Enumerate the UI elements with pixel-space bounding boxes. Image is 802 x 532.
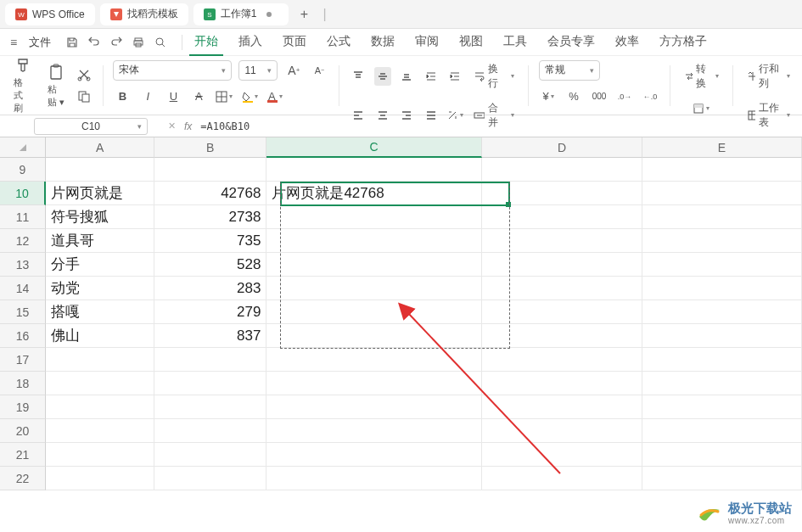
print-preview-icon[interactable] [154, 36, 168, 49]
formula-input[interactable]: =A10&B10 [200, 120, 250, 132]
cell-A12[interactable]: 道具哥 [46, 229, 154, 253]
row-header[interactable]: 21 [0, 443, 46, 467]
font-name-combo[interactable]: 宋体▾ [113, 60, 232, 81]
tab-tools[interactable]: 工具 [498, 29, 532, 56]
strikethrough-icon[interactable]: A [189, 87, 208, 106]
redo-icon[interactable] [110, 36, 124, 49]
align-middle-icon[interactable] [374, 67, 391, 86]
row-header[interactable]: 15 [0, 300, 46, 324]
currency-icon[interactable]: ¥ [539, 87, 558, 106]
cell-A15[interactable]: 搭嘎 [46, 300, 154, 324]
save-icon[interactable] [66, 36, 80, 49]
app-tab-wps[interactable]: W WPS Office [5, 3, 95, 25]
spreadsheet-grid[interactable]: A B C D E 9 10 11 12 13 14 15 16 17 18 1… [0, 137, 802, 532]
tab-insert[interactable]: 插入 [233, 29, 267, 56]
tab-home[interactable]: 开始 [189, 29, 223, 56]
tab-label: 找稻壳模板 [127, 7, 178, 21]
decrease-indent-icon[interactable] [422, 67, 439, 86]
copy-icon[interactable] [76, 88, 93, 105]
increase-font-icon[interactable]: A+ [284, 61, 303, 80]
rows-cols-button[interactable]: 行和列 [743, 60, 794, 92]
row-header[interactable]: 11 [0, 205, 46, 229]
format-painter-button[interactable]: 格式刷 [8, 54, 37, 116]
percent-icon[interactable]: % [564, 87, 583, 106]
cut-icon[interactable] [76, 66, 93, 83]
cell-B15[interactable]: 279 [154, 300, 266, 324]
name-box[interactable]: C10▾ [34, 118, 148, 135]
bold-icon[interactable]: B [113, 87, 132, 106]
cell-B13[interactable]: 528 [154, 253, 266, 277]
select-all-corner[interactable] [0, 137, 46, 158]
italic-icon[interactable]: I [138, 87, 157, 106]
svg-rect-16 [243, 101, 253, 103]
align-top-icon[interactable] [350, 67, 367, 86]
row-header[interactable]: 18 [0, 372, 46, 395]
column-headers: A B C D E [46, 137, 802, 158]
cell-A16[interactable]: 佛山 [46, 324, 154, 348]
paste-button[interactable]: 粘贴 ▾ [42, 61, 70, 110]
undo-icon[interactable] [88, 36, 102, 49]
ribbon-tabs: 开始 插入 页面 公式 数据 审阅 视图 工具 会员专享 效率 方方格子 [189, 29, 712, 56]
convert-button[interactable]: 转换 [681, 60, 722, 92]
col-header-E[interactable]: E [642, 137, 802, 158]
cell-style-icon[interactable] [692, 99, 710, 118]
quick-access-toolbar [59, 36, 175, 49]
tab-data[interactable]: 数据 [366, 29, 400, 56]
row-header[interactable]: 10 [0, 182, 46, 205]
tab-formula[interactable]: 公式 [322, 29, 356, 56]
row-header[interactable]: 17 [0, 348, 46, 372]
col-header-D[interactable]: D [482, 137, 642, 158]
font-size-combo[interactable]: 11▾ [238, 60, 278, 81]
fill-color-icon[interactable] [240, 87, 259, 106]
tab-page[interactable]: 页面 [278, 29, 311, 56]
tab-efficiency[interactable]: 效率 [610, 29, 644, 56]
font-color-icon[interactable]: A [266, 87, 284, 106]
row-header[interactable]: 14 [0, 277, 46, 300]
app-tab-template[interactable]: 找稻壳模板 [100, 3, 188, 25]
cell-A13[interactable]: 分手 [46, 253, 154, 277]
tab-review[interactable]: 审阅 [410, 29, 444, 56]
cell-C10[interactable]: 片网页就是42768 [266, 182, 482, 205]
tab-plugin[interactable]: 方方格子 [654, 29, 712, 56]
template-icon [110, 8, 122, 20]
number-format-combo[interactable]: 常规▾ [539, 60, 600, 81]
tab-view[interactable]: 视图 [454, 29, 488, 56]
cell-B12[interactable]: 735 [154, 229, 266, 253]
tab-vip[interactable]: 会员专享 [542, 29, 600, 56]
border-icon[interactable] [215, 87, 233, 106]
cell-B16[interactable]: 837 [154, 324, 266, 348]
decrease-decimal-icon[interactable]: ←.0 [641, 87, 659, 106]
cell-A11[interactable]: 符号搜狐 [46, 205, 154, 229]
cell-B10[interactable]: 42768 [154, 182, 266, 205]
increase-decimal-icon[interactable]: .0→ [615, 87, 634, 106]
cells-area[interactable]: 片网页就是 42768 片网页就是42768 符号搜狐2738 道具哥735 分… [46, 158, 802, 490]
row-header[interactable]: 19 [0, 395, 46, 419]
col-header-C[interactable]: C [266, 137, 482, 158]
thousands-icon[interactable]: 000 [590, 87, 609, 106]
cell-B14[interactable]: 283 [154, 277, 266, 300]
new-tab-button[interactable]: + [294, 4, 314, 25]
hamburger-icon[interactable]: ≡ [7, 36, 20, 49]
row-header[interactable]: 20 [0, 419, 46, 443]
tab-close-icon[interactable] [266, 12, 272, 17]
fx-icon[interactable]: fx [184, 120, 192, 132]
increase-indent-icon[interactable] [446, 67, 463, 86]
underline-icon[interactable]: U [164, 87, 182, 106]
row-header[interactable]: 22 [0, 467, 46, 490]
file-menu[interactable]: 文件 [22, 35, 58, 50]
wrap-text-button[interactable]: 换行 [470, 60, 518, 92]
row-header[interactable]: 12 [0, 229, 46, 253]
col-header-B[interactable]: B [154, 137, 266, 158]
col-header-A[interactable]: A [46, 137, 154, 158]
cancel-formula-icon[interactable]: ✕ [168, 120, 176, 132]
row-header[interactable]: 9 [0, 158, 46, 182]
cell-A10[interactable]: 片网页就是 [46, 182, 154, 205]
print-icon[interactable] [132, 36, 146, 49]
decrease-font-icon[interactable]: A− [310, 61, 328, 80]
app-tab-workbook[interactable]: S 工作簿1 [193, 3, 289, 25]
cell-A14[interactable]: 动党 [46, 277, 154, 300]
cell-B11[interactable]: 2738 [154, 205, 266, 229]
align-bottom-icon[interactable] [398, 67, 415, 86]
row-header[interactable]: 13 [0, 253, 46, 277]
row-header[interactable]: 16 [0, 324, 46, 348]
